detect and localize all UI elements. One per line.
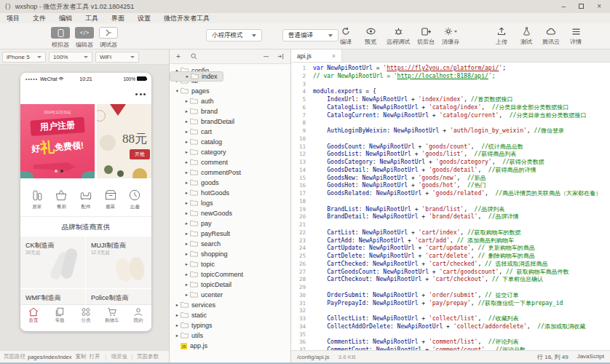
close-button[interactable]: × [597, 0, 601, 13]
code-line[interactable]: 6 CatalogList: NewApiRootUrl + 'catalog/… [291, 104, 610, 112]
menu-item-工具[interactable]: 工具 [79, 13, 105, 23]
search-icon[interactable] [191, 53, 197, 60]
code-area[interactable]: 1var NewApiRootUrl = 'https://fly2you.cn… [291, 63, 610, 350]
add-file-icon[interactable]: + [176, 52, 181, 60]
code-line[interactable]: 33 CollectList: NewApiRootUrl + 'collect… [291, 315, 610, 323]
brand-tile[interactable]: MUJI制造商12.9元起 [86, 237, 151, 288]
code-line[interactable]: 34 CollectAddOrDelete: NewApiRootUrl + '… [291, 323, 610, 331]
tree-item-hotGoods[interactable]: ▸hotGoods [170, 188, 290, 198]
code-line[interactable]: 7 CatalogCurrent: NewApiRootUrl + 'catal… [291, 112, 610, 120]
tree-item-pay[interactable]: ▸pay [170, 218, 290, 229]
clear-cache-button[interactable]: 清缓存 [442, 26, 459, 46]
tree-item-cart[interactable]: ▸cart [170, 127, 290, 137]
maximize-button[interactable] [579, 4, 584, 9]
channel-餐厨[interactable]: 餐厨 [50, 188, 72, 210]
network-select[interactable]: WiFi [95, 52, 139, 63]
code-line[interactable]: 23 CartAdd: NewApiRootUrl + 'cart/add', … [291, 237, 610, 245]
channel-服装[interactable]: 服装 [100, 188, 122, 210]
code-line[interactable]: 24 CartUpdate: NewApiRootUrl + 'cart/upd… [291, 245, 610, 253]
code-line[interactable]: 9 AuthLoginByWeixin: NewApiRootUrl + 'au… [291, 127, 610, 135]
copy-link[interactable]: 复制 [75, 353, 86, 360]
compile-button[interactable]: 编译 [337, 26, 354, 46]
mode-select[interactable]: 小程序模式 [206, 29, 262, 41]
menu-item-项目[interactable]: 项目 [0, 13, 26, 23]
remote-debug-button[interactable]: 远程调试 [387, 26, 410, 46]
tree-item-logs[interactable]: ▸logs [170, 198, 290, 208]
phone-tab-购物车[interactable]: 购物车 [99, 305, 125, 329]
code-line[interactable]: 15 GoodsNew: NewApiRootUrl + 'goods/new'… [291, 175, 610, 183]
code-line[interactable]: 13 GoodsCategory: NewApiRootUrl + 'goods… [291, 159, 610, 167]
compile-mode-select[interactable]: 普通编译 [282, 29, 338, 41]
tree-item-topic[interactable]: ▸topic [170, 259, 290, 269]
minimize-button[interactable]: – [562, 0, 566, 13]
banner-slide-register[interactable]: 2014年12月31日 用户注册 好礼免费领! [20, 104, 95, 178]
phone-tab-专题[interactable]: 专题 [47, 305, 73, 329]
tree-item-comment[interactable]: ▸comment [170, 157, 290, 167]
channel-居家[interactable]: 居家 [26, 188, 48, 210]
brand-tile[interactable]: WMF制造商 [20, 289, 85, 304]
code-line[interactable]: 16 GoodsHot: NewApiRootUrl + 'goods/hot'… [291, 182, 610, 190]
open-link[interactable]: 打开 [89, 353, 100, 360]
menu-item-设置[interactable]: 设置 [131, 13, 157, 23]
menu-item-文件[interactable]: 文件 [26, 13, 52, 23]
phone-tab-我的[interactable]: 我的 [125, 305, 151, 329]
code-line[interactable]: 3 [291, 81, 610, 89]
tree-item-typings[interactable]: ▸typings [170, 320, 290, 331]
tree-item-catalog[interactable]: ▸catalog [170, 137, 290, 147]
tree-item-commentPost[interactable]: ▸commentPost [170, 167, 290, 178]
menu-item-编辑[interactable]: 编辑 [52, 13, 79, 23]
menu-item-微信开发者工具[interactable]: 微信开发者工具 [157, 13, 216, 23]
tree-item-brand[interactable]: ▸brand [170, 106, 290, 116]
code-line[interactable]: 21 [291, 221, 610, 229]
test-button[interactable]: 测试 [518, 26, 535, 46]
code-line[interactable]: 12 GoodsList: NewApiRootUrl + 'goods/lis… [291, 151, 610, 159]
phone-tab-分类[interactable]: 分类 [73, 305, 99, 329]
tree-item-auth[interactable]: ▸auth [170, 96, 290, 106]
code-line[interactable]: 26 CartChecked: NewApiRootUrl + 'cart/ch… [291, 261, 610, 269]
preview-button[interactable]: 预览 [362, 26, 379, 46]
code-line[interactable]: 20 BrandDetail: NewApiRootUrl + 'brand/d… [291, 213, 610, 221]
code-line[interactable]: 8 [291, 119, 610, 127]
code-line[interactable]: 2// var NewApiRootUrl = 'http://localhos… [291, 73, 610, 81]
code-line[interactable]: 19 BrandList: NewApiRootUrl + 'brand/lis… [291, 206, 610, 214]
brand-tile[interactable]: CK制造商39元起 [20, 237, 85, 288]
tab-api-js[interactable]: api.js × [291, 50, 342, 62]
code-line[interactable]: 11 GoodsCount: NewApiRootUrl + 'goods/co… [291, 143, 610, 151]
collapse-panel-icon[interactable] [277, 52, 284, 60]
debugger-toggle[interactable]: 调试器 [87, 27, 130, 49]
tree-item-topicDetail[interactable]: ▸topicDetail [170, 280, 290, 290]
code-line[interactable]: 1var NewApiRootUrl = 'https://fly2you.cn… [291, 65, 610, 73]
code-line[interactable]: 25 CartDelete: NewApiRootUrl + 'cart/del… [291, 253, 610, 261]
menu-item-界面[interactable]: 界面 [105, 13, 131, 23]
miniprogram-menu-button[interactable] [135, 93, 146, 95]
cloud-button[interactable]: 腾讯云 [542, 26, 560, 46]
phone-tab-首页[interactable]: 首页 [20, 305, 47, 329]
tree-item-ucenter[interactable]: ▸ucenter [170, 290, 290, 300]
background-button[interactable]: 切后台 [417, 26, 435, 46]
banner-slide-sale[interactable]: 88元 开抢 [97, 104, 151, 178]
tree-item-category[interactable]: ▸category [170, 147, 290, 157]
more-icon[interactable]: ─ [264, 52, 269, 60]
tree-item-shopping[interactable]: ▸shopping [170, 249, 290, 259]
tree-item-topicComment[interactable]: ▸topicComment [170, 269, 290, 280]
tree-item-newGoods[interactable]: ▸newGoods [170, 208, 290, 218]
code-line[interactable]: 31 PayPrepayId: NewApiRootUrl + 'pay/pre… [291, 300, 610, 308]
banner-carousel[interactable]: 2014年12月31日 用户注册 好礼免费领! 88元 开抢 [20, 104, 151, 178]
tree-item-static[interactable]: ▸static [170, 310, 290, 320]
code-line[interactable]: 5 IndexUrl: NewApiRootUrl + 'index/index… [291, 96, 610, 104]
tree-item-payResult[interactable]: ▸payResult [170, 229, 290, 239]
details-button[interactable]: 详情 [567, 26, 585, 46]
buy-button[interactable]: 开抢 [130, 149, 150, 159]
zoom-select[interactable]: 100% [49, 52, 92, 63]
code-line[interactable]: 4module.exports = { [291, 88, 610, 96]
code-line[interactable]: 35 [291, 331, 610, 339]
code-line[interactable]: 28 CartCheckout: NewApiRootUrl + 'cart/c… [291, 276, 610, 284]
tree-item-search[interactable]: ▸search [170, 239, 290, 249]
tree-item-app.js[interactable]: JSapp.js [170, 341, 290, 351]
code-line[interactable]: 14 GoodsDetail: NewApiRootUrl + 'goods/d… [291, 167, 610, 175]
code-line[interactable]: 29 [291, 284, 610, 292]
upload-button[interactable]: 上传 [493, 26, 510, 46]
code-line[interactable]: 36 CommentList: NewApiRootUrl + 'comment… [291, 339, 610, 347]
brand-tile[interactable]: Police制造商 [86, 289, 151, 304]
code-line[interactable]: 18 [291, 198, 610, 206]
